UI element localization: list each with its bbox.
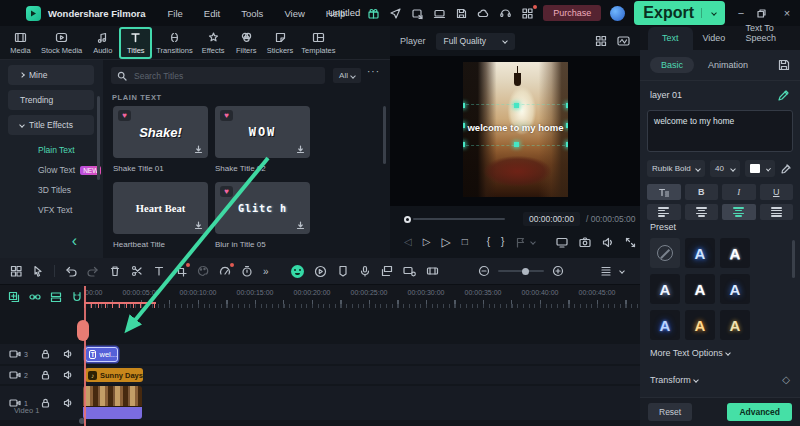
favorite-heart-icon[interactable]: ♥	[220, 110, 233, 121]
marker-flag-button[interactable]	[515, 237, 526, 248]
undo-icon[interactable]	[65, 265, 77, 277]
inspector-scrollbar[interactable]	[792, 240, 795, 278]
title-card-heartbeat[interactable]: Heart Beat	[113, 182, 208, 234]
snap-magnet-icon[interactable]	[71, 291, 83, 303]
align-center-button[interactable]	[685, 204, 719, 220]
video-clip[interactable]	[83, 386, 142, 419]
previous-frame-button[interactable]: ◁	[404, 237, 412, 247]
tab-audio[interactable]: Audio	[86, 29, 119, 57]
align-right-button[interactable]	[722, 204, 756, 220]
export-project-icon[interactable]	[411, 7, 424, 20]
ai-portrait-icon[interactable]	[291, 265, 304, 278]
lock-track-icon[interactable]	[40, 398, 51, 408]
quality-dropdown[interactable]: Full Quality	[436, 33, 516, 50]
title-card-shake[interactable]: Shake! ♥	[113, 106, 208, 158]
transform-row[interactable]: Transform ◇	[650, 374, 790, 385]
text-tool-icon[interactable]	[153, 265, 165, 277]
sidebar-group-title-effects[interactable]: Title Effects	[8, 115, 94, 135]
save-icon[interactable]	[455, 7, 468, 20]
font-family-dropdown[interactable]: Rubik Bold	[647, 160, 705, 177]
tab-video[interactable]: Video	[693, 27, 736, 50]
stop-button[interactable]: □	[462, 237, 468, 247]
reset-button[interactable]: Reset	[648, 403, 692, 421]
next-frame-button[interactable]: ▷	[423, 237, 431, 247]
export-button[interactable]: Export	[634, 1, 725, 25]
title-clip[interactable]: T wel...	[85, 347, 118, 362]
download-icon[interactable]	[194, 221, 203, 230]
preset-style-8[interactable]: A	[720, 310, 750, 340]
preset-none[interactable]	[650, 238, 680, 268]
download-icon[interactable]	[296, 145, 305, 154]
sidebar-item-glow-text[interactable]: Glow Text NEW	[38, 165, 103, 175]
tab-transitions[interactable]: Transitions	[152, 29, 196, 57]
mute-track-icon[interactable]	[63, 398, 74, 408]
split-scissors-icon[interactable]	[131, 265, 143, 277]
device-icon[interactable]	[433, 7, 446, 20]
zoom-out-icon[interactable]	[478, 265, 490, 277]
save-preset-icon[interactable]	[778, 59, 790, 71]
preset-style-1[interactable]: A	[685, 238, 715, 268]
sidebar-item-3d-titles[interactable]: 3D Titles	[38, 185, 103, 195]
layout-grid-icon[interactable]	[595, 35, 607, 47]
selection-handle[interactable]	[514, 103, 519, 108]
video-preview[interactable]: welcome to my home	[463, 62, 568, 197]
fullscreen-icon[interactable]	[625, 237, 636, 248]
zoom-slider[interactable]	[498, 270, 544, 272]
advanced-button[interactable]: Advanced	[727, 403, 792, 421]
link-clips-icon[interactable]	[29, 291, 41, 303]
timeline-ruler[interactable]: 00:00 00:00:05:00 00:00:10:00 00:00:15:0…	[0, 284, 640, 310]
cloud-icon[interactable]	[477, 7, 490, 20]
download-icon[interactable]	[296, 221, 305, 230]
scrubber-track[interactable]	[413, 218, 505, 220]
chevron-down-icon[interactable]	[531, 239, 537, 245]
playhead-handle[interactable]	[77, 320, 89, 341]
redo-icon[interactable]	[87, 265, 99, 277]
color-palette-icon[interactable]	[197, 265, 209, 277]
subtab-basic[interactable]: Basic	[650, 57, 694, 73]
tab-stickers[interactable]: Stickers	[263, 29, 298, 57]
tab-effects[interactable]: Effects	[197, 29, 230, 57]
tab-text-to-speech[interactable]: Text To Speech	[735, 17, 800, 50]
select-cursor-icon[interactable]	[32, 265, 44, 277]
ai-pen-icon[interactable]	[777, 89, 790, 102]
overlay-text[interactable]: welcome to my home	[463, 122, 568, 133]
track-height-control[interactable]	[600, 258, 624, 284]
selection-handle[interactable]	[463, 142, 465, 147]
download-icon[interactable]	[194, 145, 203, 154]
title-card-wow[interactable]: WOW ♥	[215, 106, 310, 158]
apps-grid-icon[interactable]	[521, 7, 534, 20]
sidebar-group-mine[interactable]: Mine	[8, 65, 94, 85]
menu-tools[interactable]: Tools	[241, 8, 263, 19]
gift-icon[interactable]	[367, 7, 380, 20]
keyframe-diamond-icon[interactable]: ◇	[782, 374, 790, 385]
marker-shield-icon[interactable]	[337, 265, 349, 277]
selection-handle[interactable]	[566, 103, 568, 108]
favorite-heart-icon[interactable]: ♥	[118, 110, 131, 121]
font-size-dropdown[interactable]: 40	[710, 160, 740, 177]
preset-style-3[interactable]: A	[650, 274, 680, 304]
text-content-input[interactable]: welcome to my home	[647, 110, 793, 152]
preset-style-5[interactable]: A	[720, 274, 750, 304]
tab-filters[interactable]: Filters	[230, 29, 263, 57]
more-tools-button[interactable]: »	[263, 266, 269, 277]
mark-in-button[interactable]: {	[487, 237, 490, 247]
content-scrollbar[interactable]	[383, 106, 386, 164]
favorite-heart-icon[interactable]: ♥	[220, 186, 233, 197]
sidebar-scrollbar[interactable]	[97, 96, 100, 180]
snapshot-camera-icon[interactable]	[579, 237, 591, 248]
display-output-icon[interactable]	[556, 237, 568, 248]
tab-titles[interactable]: Titles	[119, 27, 152, 59]
scope-view-icon[interactable]	[617, 35, 630, 47]
more-text-options-row[interactable]: More Text Options	[650, 348, 790, 358]
italic-button[interactable]: I	[722, 184, 756, 200]
preset-style-7[interactable]: A	[685, 310, 715, 340]
subtab-animation[interactable]: Animation	[708, 60, 748, 70]
adjustment-layers-icon[interactable]	[381, 265, 393, 277]
crop-icon[interactable]	[175, 265, 187, 277]
tab-text[interactable]: Text	[648, 27, 693, 50]
text-settings-button[interactable]	[647, 184, 681, 200]
filter-all-dropdown[interactable]: All	[333, 68, 361, 83]
more-options-button[interactable]: ···	[367, 66, 380, 77]
preview-render-icon[interactable]	[314, 265, 327, 278]
sidebar-item-plain-text[interactable]: Plain Text	[38, 145, 103, 155]
